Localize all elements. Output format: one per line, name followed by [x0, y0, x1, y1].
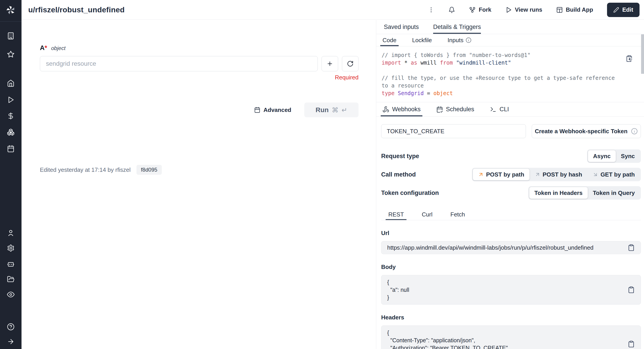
fork-label: Fork — [479, 6, 491, 13]
view-runs-button[interactable]: View runs — [505, 6, 542, 13]
run-button[interactable]: Run ⌘ ↵ — [304, 103, 358, 117]
advanced-label: Advanced — [264, 107, 291, 114]
panel-tabs: Saved inputs Details & Triggers — [376, 20, 644, 34]
sidebar-item-workspace building-icon[interactable] — [7, 32, 14, 40]
sidebar-item-schedules calendar-icon[interactable] — [7, 145, 14, 153]
sidebar-divider — [0, 21, 22, 22]
sidebar-item-favorites star-icon[interactable] — [7, 51, 14, 58]
body-box: { "a": null} — [381, 275, 641, 304]
tab-cli-label: CLI — [500, 106, 509, 113]
sidebar-item-settings gear-icon[interactable] — [7, 244, 14, 252]
tab-fetch[interactable]: Fetch — [448, 209, 468, 220]
create-webhook-token-button[interactable]: Create a Webhook-specific Token — [532, 124, 641, 138]
trigger-tabs: Webhooks Schedules CLI — [376, 102, 644, 117]
topbar-actions: Fork View runs Build App Edit — [428, 3, 640, 17]
sidebar-expand arrow-right-icon[interactable] — [7, 338, 14, 345]
code-viewer[interactable]: // import { toWords } from "number-to-wo… — [376, 47, 644, 102]
required-asterisk: * — [44, 44, 47, 52]
tab-lockfile[interactable]: Lockfile — [410, 34, 434, 46]
tab-schedules[interactable]: Schedules — [434, 102, 476, 116]
enter-shortcut-icon: ↵ — [342, 106, 347, 114]
toggle-sync[interactable]: Sync — [616, 150, 640, 162]
headers-label: Headers — [381, 314, 641, 321]
tab-saved-inputs[interactable]: Saved inputs — [384, 20, 419, 34]
copy-body-button clipboard-icon[interactable] — [628, 286, 635, 293]
sidebar-item-users user-icon[interactable] — [7, 229, 14, 237]
token-config-label: Token configuration — [381, 190, 439, 196]
copy-code-button clipboard-copy-icon[interactable] — [626, 55, 633, 62]
refresh-icon — [347, 60, 354, 67]
toggle-post-by-path[interactable]: POST by path — [473, 169, 529, 180]
page-title: u/rfiszel/robust_undefined — [28, 6, 124, 14]
details-panel: Saved inputs Details & Triggers Code Loc… — [376, 20, 644, 349]
sidebar-item-home home-icon[interactable] — [7, 79, 14, 87]
sidebar-item-workers bot-icon[interactable] — [7, 260, 14, 268]
bell-icon[interactable] — [448, 7, 455, 13]
advanced-button[interactable]: Advanced — [254, 107, 291, 114]
tab-curl[interactable]: Curl — [419, 209, 435, 220]
main-content: A * object Required Advance — [22, 20, 376, 349]
create-webhook-token-label: Create a Webhook-specific Token — [535, 128, 628, 135]
sidebar-item-runs play-icon[interactable] — [7, 96, 14, 104]
toggle-get-by-path-label: GET by path — [600, 171, 635, 178]
snippet-tabs: REST Curl Fetch — [381, 209, 641, 220]
add-button[interactable] — [322, 56, 338, 71]
arrow-down-right-icon — [592, 172, 598, 177]
tab-code[interactable]: Code — [380, 34, 399, 46]
build-app-button[interactable]: Build App — [556, 6, 593, 13]
token-config-toggle: Token in Headers Token in Query — [528, 186, 641, 200]
run-label: Run — [316, 106, 328, 114]
toggle-get-by-path[interactable]: GET by path — [587, 169, 640, 180]
sidebar-item-variables dollar-icon[interactable] — [7, 112, 14, 120]
top-bar: u/rfiszel/robust_undefined Fork View run… — [22, 0, 644, 20]
layout-icon — [556, 7, 563, 13]
token-input[interactable] — [381, 124, 526, 138]
tab-cli[interactable]: CLI — [488, 102, 511, 116]
tab-webhooks-label: Webhooks — [392, 106, 420, 113]
sidebar-item-folders folder-open-icon[interactable] — [7, 275, 14, 283]
copy-url-button clipboard-icon[interactable] — [628, 244, 635, 251]
object-input[interactable] — [40, 56, 318, 71]
field-name: A — [40, 44, 44, 52]
toggle-token-headers[interactable]: Token in Headers — [529, 187, 588, 199]
calendar-icon — [254, 107, 260, 113]
sidebar-item-resources boxes-icon[interactable] — [7, 128, 14, 136]
code-content: // import { toWords } from "number-to-wo… — [382, 51, 619, 97]
code-tabs: Code Lockfile Inputs — [376, 34, 644, 47]
plus-icon — [326, 60, 333, 67]
toggle-post-by-hash-label: POST by hash — [543, 171, 582, 178]
required-hint: Required — [40, 74, 358, 81]
arrow-up-right-icon — [478, 172, 484, 177]
tab-webhooks[interactable]: Webhooks — [381, 102, 422, 116]
fork-button[interactable]: Fork — [469, 6, 491, 13]
call-method-toggle: POST by path POST by hash GET by path — [472, 168, 641, 181]
edit-button[interactable]: Edit — [607, 3, 640, 17]
toggle-post-by-hash[interactable]: POST by hash — [530, 169, 587, 180]
terminal-icon — [490, 106, 496, 113]
toggle-async[interactable]: Async — [588, 150, 616, 162]
windmill-logo[interactable] — [6, 5, 16, 15]
field-type: object — [51, 45, 66, 51]
toggle-token-query[interactable]: Token in Query — [588, 187, 640, 199]
info-icon — [631, 128, 638, 135]
hash-badge[interactable]: f8d095 — [136, 165, 162, 175]
copy-headers-button clipboard-icon[interactable] — [628, 340, 635, 348]
toggle-post-by-path-label: POST by path — [486, 171, 524, 178]
fork-icon — [469, 7, 476, 13]
edit-label: Edit — [622, 6, 633, 13]
headers-value: { "Content-Type": "application/json", "A… — [387, 329, 628, 349]
arrow-up-right-icon — [535, 172, 540, 177]
tab-schedules-label: Schedules — [446, 106, 474, 113]
body-label: Body — [381, 263, 641, 270]
tab-details-triggers[interactable]: Details & Triggers — [433, 20, 481, 34]
refresh-button[interactable] — [342, 56, 358, 71]
url-box: https://app.windmill.dev/api/w/windmill-… — [381, 241, 641, 254]
sidebar-item-audit-logs eye-icon[interactable] — [7, 291, 14, 298]
kebab-menu-icon[interactable] — [428, 7, 434, 13]
panel-scrollbar[interactable] — [641, 34, 644, 74]
sidebar-item-help help-icon[interactable] — [7, 323, 14, 330]
headers-box: { "Content-Type": "application/json", "A… — [381, 325, 641, 349]
tab-rest[interactable]: REST — [386, 209, 406, 220]
tab-inputs[interactable]: Inputs — [445, 34, 474, 46]
cmd-shortcut-icon: ⌘ — [332, 106, 338, 114]
